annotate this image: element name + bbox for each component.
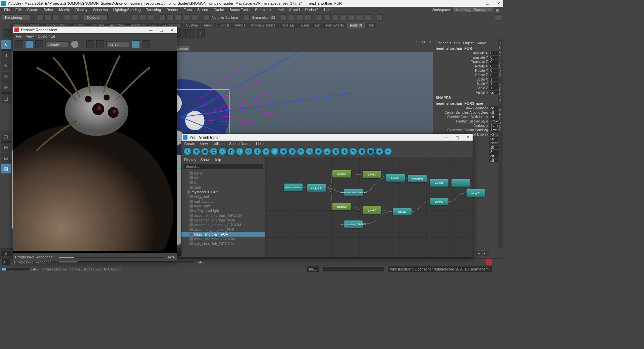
construction4-icon[interactable] (305, 14, 311, 20)
yeti-node-button-14[interactable]: ½ (306, 147, 314, 155)
menu-cache[interactable]: Cache (211, 7, 227, 12)
yeti-node-button-11[interactable]: ⊖ (279, 147, 287, 155)
graph-node[interactable]: merge01 (467, 189, 485, 197)
yeti-node-button-0[interactable]: ↖ (183, 147, 192, 155)
shelf-tab-yeti[interactable]: Yeti (366, 23, 376, 28)
graph-node[interactable]: scraggle01 (408, 175, 427, 182)
yeti-maximize[interactable]: ▢ (454, 135, 461, 140)
tree-item[interactable]: eye_shortHair_GROOM (181, 241, 265, 246)
ipr-icon[interactable] (325, 14, 331, 20)
tree-item[interactable]: mystaceus_GRP (181, 190, 265, 194)
snap-curve-icon[interactable] (140, 14, 146, 20)
menu-select[interactable]: Select (41, 7, 57, 12)
shelf-log-icon[interactable] (186, 29, 195, 38)
open-scene-icon[interactable] (44, 14, 50, 20)
yeti-node-button-7[interactable]: ⟳ (245, 147, 253, 155)
tree-item[interactable]: abdomen_longhair_FUR (181, 227, 265, 232)
yeti-node-button-8[interactable]: ▮ (253, 147, 261, 155)
graph-node[interactable]: scatter02 (332, 203, 351, 210)
tab-channel-box[interactable]: Channel Box / Layer Editor (498, 39, 502, 81)
tree-item[interactable]: rsPhysicalLight1 (181, 208, 265, 213)
shape-attr-row[interactable]: Override Cache With Inputsoff (434, 115, 502, 119)
snap-plane-icon[interactable] (160, 14, 166, 20)
menu-yeti[interactable]: Yeti (275, 7, 286, 12)
region-button[interactable] (86, 40, 94, 48)
mel-label[interactable]: MEL (307, 266, 320, 272)
layout-single[interactable]: ▢ (1, 132, 11, 142)
menu-windows[interactable]: Windows (90, 7, 111, 12)
command-input[interactable] (323, 267, 384, 271)
yeti-node-button-16[interactable]: ▲ (323, 147, 331, 155)
chan-tab-channels[interactable]: Channels (436, 41, 451, 45)
maximize-button[interactable]: ❐ (484, 1, 491, 6)
graph-node[interactable]: eye_shorthair_GROOM (344, 220, 363, 228)
menu-substance[interactable]: Substance (252, 7, 275, 12)
render-minimize[interactable]: — (147, 28, 154, 32)
rewind-icon[interactable] (349, 14, 355, 20)
shape-attr-row[interactable]: VerbositySome (434, 123, 502, 128)
menu-redshift[interactable]: Redshift (303, 7, 321, 12)
channel-node-name[interactable]: head_shorthair_FUR (434, 46, 502, 51)
channel-row[interactable]: Translate Y0 (434, 55, 502, 60)
live2-icon[interactable] (192, 14, 198, 20)
workspace-options-icon[interactable]: ▦ (493, 7, 502, 12)
yeti-node-button-19[interactable]: ✎ (349, 147, 357, 155)
layout-four[interactable]: ⊞ (1, 142, 11, 152)
yeti-node-button-4[interactable]: ● (218, 147, 226, 155)
layout-outliner[interactable]: ▤ (1, 164, 11, 174)
yeti-node-button-1[interactable]: ✻ (192, 147, 200, 155)
channel-row[interactable]: Rotate Y0 (434, 68, 502, 73)
graph-node[interactable] (451, 179, 470, 187)
crop-button[interactable] (96, 40, 104, 48)
menu-stereo[interactable]: Stereo (195, 7, 211, 12)
yeti-node-button-21[interactable]: ⬤ (367, 147, 375, 155)
menu-edit[interactable]: Edit (13, 7, 24, 12)
workspace-selector[interactable]: Modeling - Standard* (452, 7, 493, 12)
selection-mode[interactable]: Objects (84, 14, 108, 20)
snap-surface-icon[interactable] (168, 14, 174, 20)
yeti-close[interactable]: ✕ (465, 135, 471, 140)
menu-help[interactable]: Help (321, 7, 334, 12)
tree-item[interactable]: twig_end (181, 194, 265, 199)
yeti-node-button-20[interactable]: ⊞ (358, 147, 366, 155)
graph-node[interactable]: blend02 (393, 208, 412, 215)
menu-arnold[interactable]: Arnold (286, 7, 303, 12)
yeti-menu-scenenodes[interactable]: Scene Nodes (229, 142, 251, 146)
lock-button[interactable] (132, 40, 140, 48)
yeti-node-button-17[interactable]: ⊚ (332, 147, 340, 155)
snapshot-button[interactable] (142, 40, 150, 48)
channel-row[interactable]: Translate Z0 (434, 60, 502, 64)
yeti-menu-utilities[interactable]: Utilities (213, 142, 224, 146)
pause-icon[interactable] (365, 14, 371, 20)
construction2-icon[interactable] (289, 14, 295, 20)
close-button[interactable]: ✕ (495, 1, 502, 6)
menu-texturing[interactable]: Texturing (143, 7, 164, 12)
graph-node[interactable]: head_shorthair (284, 184, 303, 191)
construction3-icon[interactable] (297, 14, 303, 20)
autokey-icon[interactable] (496, 259, 501, 265)
menuset-selector[interactable]: Rendering (2, 14, 31, 20)
menu-bonus[interactable]: Bonus Tools (227, 7, 252, 12)
no-live-icon[interactable] (204, 14, 210, 20)
menu-modify[interactable]: Modify (56, 7, 72, 12)
yeti-node-button-3[interactable]: ⊙ (210, 147, 218, 155)
yeti-node-button-23[interactable]: ▼ (384, 147, 392, 155)
account-icon[interactable] (495, 14, 501, 20)
paint-tool[interactable]: ✎ (1, 61, 11, 71)
shelf-icon[interactable] (3, 29, 11, 38)
yeti-node-button-18[interactable]: ⊘ (340, 147, 348, 155)
lasso-tool[interactable]: ↯ (1, 50, 11, 60)
menu-toon[interactable]: Toon (181, 7, 195, 12)
yeti-search-input[interactable]: Search... (183, 164, 263, 169)
yeti-menu-create[interactable]: Create (184, 142, 195, 146)
render-settings-icon[interactable] (377, 14, 383, 20)
timeline-start1[interactable]: 0 (1, 251, 11, 256)
shelf-tab-bifrost[interactable]: Bifrost (217, 23, 231, 28)
yeti-node-button-10[interactable]: ⌒ (271, 147, 279, 155)
move-tool[interactable]: ✥ (1, 72, 11, 82)
menu-file[interactable]: File (1, 7, 13, 12)
graph-node[interactable]: head_set01 (307, 184, 326, 192)
yeti-node-button-5[interactable]: ◐ (227, 147, 235, 155)
render-close[interactable]: ✕ (169, 28, 175, 32)
render-image[interactable] (13, 51, 177, 253)
